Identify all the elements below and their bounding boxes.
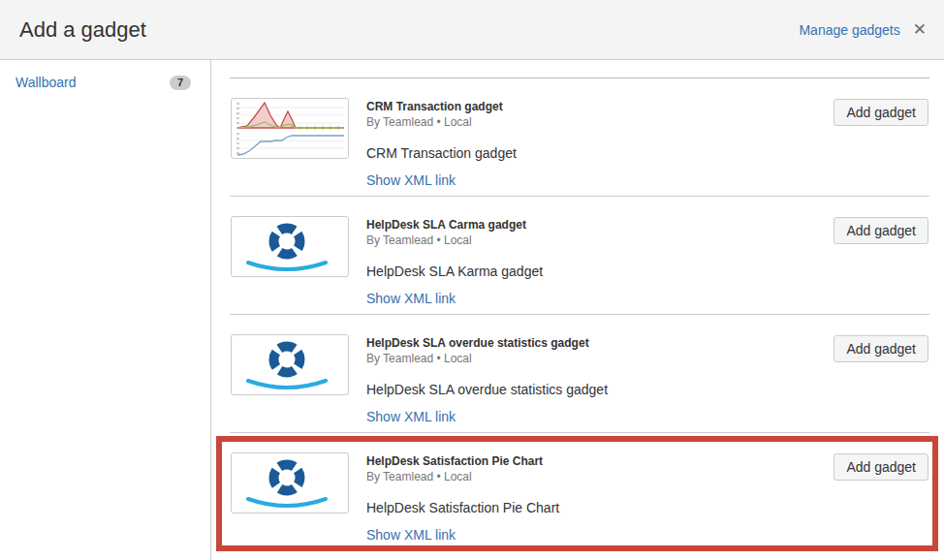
gadget-list-panel: CRM Transaction gadget By Teamlead • Loc… <box>230 60 929 551</box>
gadget-title: CRM Transaction gadget <box>366 99 517 114</box>
gadget-description: CRM Transaction gadget <box>366 143 517 163</box>
dialog-header: Add a gadget Manage gadgets ✕ <box>0 0 944 60</box>
lifebuoy-logo-icon <box>232 217 348 276</box>
lifebuoy-logo-icon <box>232 453 348 513</box>
sidebar-item-label: Wallboard <box>16 75 77 90</box>
add-gadget-dialog: Add a gadget Manage gadgets ✕ Wallboard … <box>0 0 944 560</box>
gadget-row-2: HelpDesk SLA overdue statistics gadget B… <box>230 315 929 433</box>
gadget-thumbnail <box>231 452 349 513</box>
show-xml-link[interactable]: Show XML link <box>366 409 456 424</box>
gadget-row-3: HelpDesk Satisfaction Pie Chart By Teaml… <box>230 433 929 551</box>
lifebuoy-logo-icon <box>232 335 348 394</box>
crm-transaction-chart-icon <box>232 99 348 158</box>
gadget-thumbnail <box>231 98 349 159</box>
add-gadget-button[interactable]: Add gadget <box>834 99 928 126</box>
show-xml-link[interactable]: Show XML link <box>366 527 456 543</box>
gadget-thumbnail <box>231 216 349 277</box>
gadget-thumbnail <box>231 334 349 395</box>
close-icon[interactable]: ✕ <box>913 21 927 38</box>
manage-gadgets-link[interactable]: Manage gadgets <box>799 22 899 38</box>
sidebar-item-wallboard[interactable]: Wallboard 7 <box>0 60 210 90</box>
gadget-info: CRM Transaction gadget By Teamlead • Loc… <box>366 98 517 189</box>
gadget-list: CRM Transaction gadget By Teamlead • Loc… <box>230 78 929 551</box>
show-xml-link[interactable]: Show XML link <box>366 291 456 306</box>
category-sidebar: Wallboard 7 <box>0 60 211 560</box>
header-actions: Manage gadgets ✕ <box>799 21 927 38</box>
gadget-title: HelpDesk SLA overdue statistics gadget <box>366 335 608 351</box>
gadget-byline: By Teamlead • Local <box>366 114 517 130</box>
gadget-info: HelpDesk SLA Carma gadget By Teamlead • … <box>366 216 543 307</box>
add-gadget-button[interactable]: Add gadget <box>834 217 928 244</box>
gadget-row-1: HelpDesk SLA Carma gadget By Teamlead • … <box>230 197 929 315</box>
gadget-row-0: CRM Transaction gadget By Teamlead • Loc… <box>230 78 929 197</box>
gadget-description: HelpDesk SLA overdue statistics gadget <box>366 380 608 399</box>
gadget-byline: By Teamlead • Local <box>366 469 559 484</box>
show-xml-link[interactable]: Show XML link <box>366 172 456 188</box>
gadget-count-badge: 7 <box>170 76 191 90</box>
gadget-info: HelpDesk SLA overdue statistics gadget B… <box>366 334 608 425</box>
add-gadget-button[interactable]: Add gadget <box>834 453 928 481</box>
add-gadget-button[interactable]: Add gadget <box>834 335 928 362</box>
gadget-description: HelpDesk Satisfaction Pie Chart <box>366 498 559 517</box>
page-title: Add a gadget <box>19 17 146 43</box>
gadget-byline: By Teamlead • Local <box>366 351 608 366</box>
gadget-byline: By Teamlead • Local <box>366 233 543 248</box>
gadget-info: HelpDesk Satisfaction Pie Chart By Teaml… <box>366 452 559 544</box>
gadget-description: HelpDesk SLA Karma gadget <box>366 262 543 281</box>
gadget-title: HelpDesk Satisfaction Pie Chart <box>366 453 559 469</box>
gadget-title: HelpDesk SLA Carma gadget <box>366 217 543 233</box>
